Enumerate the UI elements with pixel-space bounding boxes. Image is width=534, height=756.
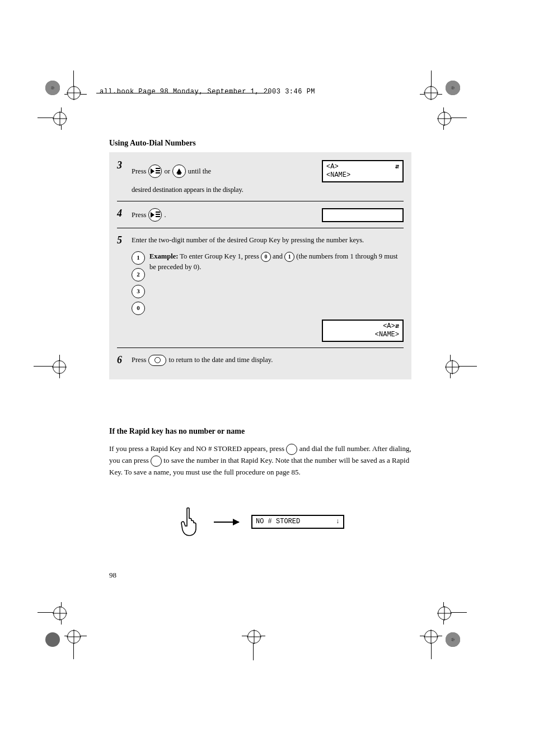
step-3: 3 Press or until the <A>⇵ <NAME> desired… — [117, 156, 404, 201]
step-3-text-a: Press — [132, 166, 146, 177]
step-3-text-b: or — [164, 166, 170, 177]
lcd-line: <NAME> — [375, 331, 399, 339]
lcd-line: <NAME> — [326, 171, 350, 179]
step-5-ex-text-2: and — [273, 252, 284, 260]
print-registration-mark — [442, 630, 481, 669]
speed-dial-key-icon — [148, 208, 162, 222]
up-arrow-key-icon — [172, 165, 186, 178]
key-icon — [286, 444, 297, 455]
arrow-icon — [214, 522, 239, 523]
step-number: 4 — [117, 208, 126, 219]
step-4-text-b: . — [164, 210, 166, 220]
subhead-text: If the Rapid key has no number or name — [109, 425, 411, 438]
step-number: 5 — [117, 235, 126, 246]
section-title: Using Auto-Dial Numbers — [109, 139, 411, 148]
header-text: all.book Page 98 Monday, September 1, 20… — [100, 88, 315, 96]
step-number: 6 — [117, 355, 126, 366]
step-4: 4 Press . — [117, 201, 404, 228]
page-number: 98 — [109, 571, 116, 580]
numkey-icon: 3 — [132, 285, 145, 298]
numkey-icon: 2 — [132, 268, 145, 281]
lcd-line: <A> — [383, 322, 395, 330]
step-5: 5 Enter the two-digit number of the desi… — [117, 228, 404, 348]
updown-icon: ⇵ — [395, 163, 399, 171]
numkey-1-icon: 1 — [284, 252, 294, 262]
step-4-text-a: Press — [132, 210, 146, 220]
lcd-display: NO # STORED ↓ — [251, 515, 344, 529]
step-6-text-b: to return to the date and time display. — [168, 355, 273, 365]
lcd-text: NO # STORED — [256, 518, 300, 525]
print-registration-mark — [448, 110, 487, 149]
print-registration-mark — [245, 630, 284, 669]
step-5-ex-pre: Example: — [149, 252, 178, 260]
lcd-line: <A> — [326, 163, 339, 171]
main-content: Using Auto-Dial Numbers 3 Press or until… — [109, 139, 411, 379]
step-6-text-a: Press — [132, 355, 146, 365]
print-registration-mark — [48, 630, 87, 669]
key-icon — [151, 456, 162, 467]
lcd-display: <A>⇵ <NAME> — [322, 320, 404, 342]
step-6: 6 Press to return to the date and time d… — [117, 348, 404, 372]
step-3-text-d: desired destination appears in the displ… — [132, 185, 404, 195]
page: all.book Page 98 Monday, September 1, 20… — [0, 0, 534, 756]
step-number: 3 — [117, 160, 126, 171]
print-registration-mark — [44, 358, 83, 397]
print-registration-mark — [48, 110, 87, 149]
sub-heading: If the Rapid key has no number or name I… — [109, 425, 411, 478]
lcd-display — [322, 208, 404, 222]
stop-key-icon — [148, 355, 166, 366]
lcd-display: <A>⇵ <NAME> — [322, 160, 404, 182]
hand-figure: NO # STORED ↓ — [179, 506, 347, 537]
print-registration-mark — [452, 358, 491, 397]
numkey-icon: 1 — [132, 251, 145, 265]
hand-icon — [179, 506, 202, 537]
step-5-ex-text-1: To enter Group Key 1, press — [180, 252, 261, 260]
step-3-text-c: until the — [188, 166, 211, 177]
numkey-icon: 0 — [132, 302, 145, 315]
step-5-lead: Enter the two-digit number of the desire… — [132, 235, 404, 246]
updown-icon: ⇵ — [395, 322, 399, 331]
steps-panel: 3 Press or until the <A>⇵ <NAME> desired… — [109, 152, 411, 379]
numkey-0-icon: 0 — [261, 252, 271, 262]
speed-dial-key-icon — [148, 165, 162, 178]
